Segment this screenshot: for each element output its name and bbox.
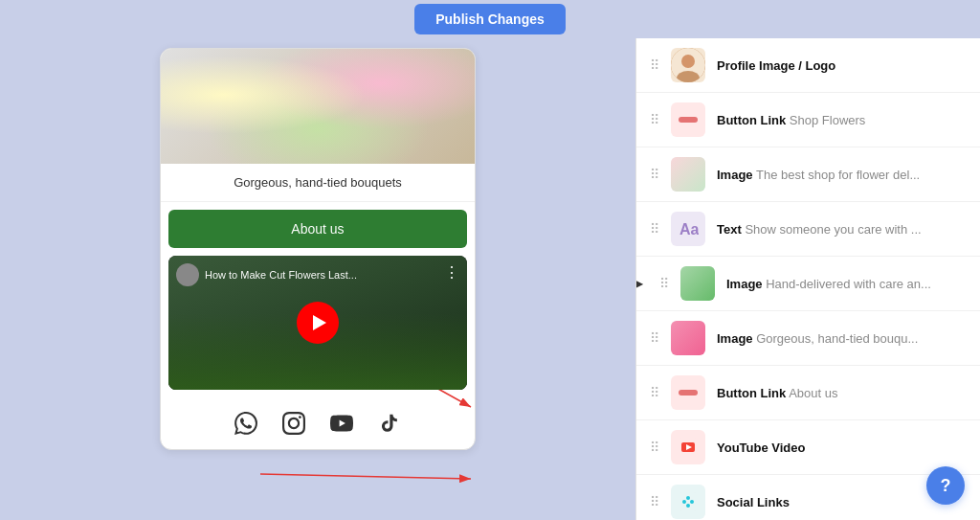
button-link-thumb [671,375,705,410]
video-background: How to Make Cut Flowers Last... ⋮ [168,256,467,390]
svg-point-14 [682,500,686,504]
phone-preview: Gorgeous, hand-tied bouquets About us Ho… [160,48,476,450]
svg-line-3 [260,474,471,479]
drag-handle[interactable]: ⠿ [659,276,669,291]
drag-handle[interactable]: ⠿ [650,167,659,182]
youtube-thumb [671,430,705,464]
svg-point-5 [681,55,695,68]
profile-thumb [671,48,705,82]
panel-item-label: Image The best shop for flower del... [717,168,967,182]
panel-item-image-hand-delivered[interactable]: ▶ ⠿ Image Hand-delivered with care an... [636,257,980,311]
image-thumb [671,321,705,355]
panel-item-image-gorgeous[interactable]: ⠿ Image Gorgeous, hand-tied bouqu... [636,311,980,366]
social-links-thumb [671,485,705,519]
panel-item-label: Button Link Shop Flowers [717,113,967,127]
avatar [671,48,705,82]
svg-rect-9 [679,390,698,396]
panel-item-label: Text Show someone you care with ... [717,222,967,237]
preview-about-button[interactable]: About us [168,210,467,248]
panel-item-youtube-video[interactable]: ⠿ YouTube Video [636,420,980,475]
svg-point-16 [690,500,694,504]
panel-item-text[interactable]: ⠿ Aa Text Show someone you care with ... [636,202,980,257]
image-thumb [680,266,715,301]
drag-handle[interactable]: ⠿ [650,112,659,127]
video-title-bar: How to Make Cut Flowers Last... [176,263,438,286]
instagram-icon[interactable] [279,409,308,438]
panel-item-profile-image[interactable]: ⠿ Profile Image / Logo [636,38,980,93]
panel-item-label: YouTube Video [717,441,967,455]
drag-handle[interactable]: ⠿ [650,385,659,400]
svg-rect-7 [679,117,698,123]
drag-handle[interactable]: ⠿ [650,440,659,455]
panel-item-label: Profile Image / Logo [717,58,967,73]
video-channel-avatar [176,263,199,286]
drag-handle[interactable]: ⠿ [650,57,659,73]
publish-button[interactable]: Publish Changes [414,4,566,34]
preview-hero-image [161,49,475,164]
preview-caption: Gorgeous, hand-tied bouquets [161,164,475,202]
svg-rect-13 [679,492,698,511]
panel-item-label: Image Hand-delivered with care an... [726,277,967,291]
image-thumb [671,157,705,192]
drag-handle[interactable]: ⠿ [650,221,659,237]
preview-area: Gorgeous, hand-tied bouquets About us Ho… [0,38,635,520]
panel-item-button-link-about[interactable]: ⠿ Button Link About us [636,366,980,420]
video-title: How to Make Cut Flowers Last... [205,269,357,281]
video-more-button[interactable]: ⋮ [444,263,459,282]
svg-text:Aa: Aa [679,221,699,237]
panel-item-image-best-shop[interactable]: ⠿ Image The best shop for flower del... [636,147,980,202]
drag-handle[interactable]: ⠿ [650,330,659,346]
main-area: Gorgeous, hand-tied bouquets About us Ho… [0,38,980,520]
play-icon [313,315,326,330]
tiktok-icon[interactable] [375,409,404,438]
whatsapp-icon[interactable] [232,409,260,438]
svg-point-15 [686,496,690,500]
right-panel: ⠿ Profile Image / Logo ⠿ [635,38,980,520]
svg-point-17 [686,504,690,508]
drag-handle[interactable]: ⠿ [650,494,659,509]
top-bar: Publish Changes [0,0,980,38]
help-button[interactable]: ? [926,466,965,505]
youtube-social-icon[interactable] [327,409,356,438]
preview-video[interactable]: How to Make Cut Flowers Last... ⋮ [168,256,467,390]
panel-item-button-link-shop[interactable]: ⠿ Button Link Shop Flowers [636,93,980,147]
preview-social-icons [161,397,475,449]
panel-item-label: Button Link About us [717,386,967,400]
button-link-thumb [671,102,705,137]
text-thumb: Aa [671,212,705,246]
panel-item-label: Image Gorgeous, hand-tied bouqu... [717,331,967,346]
play-button[interactable] [297,302,339,344]
expand-arrow-icon[interactable]: ▶ [635,277,643,290]
hero-flower-background [161,49,475,164]
